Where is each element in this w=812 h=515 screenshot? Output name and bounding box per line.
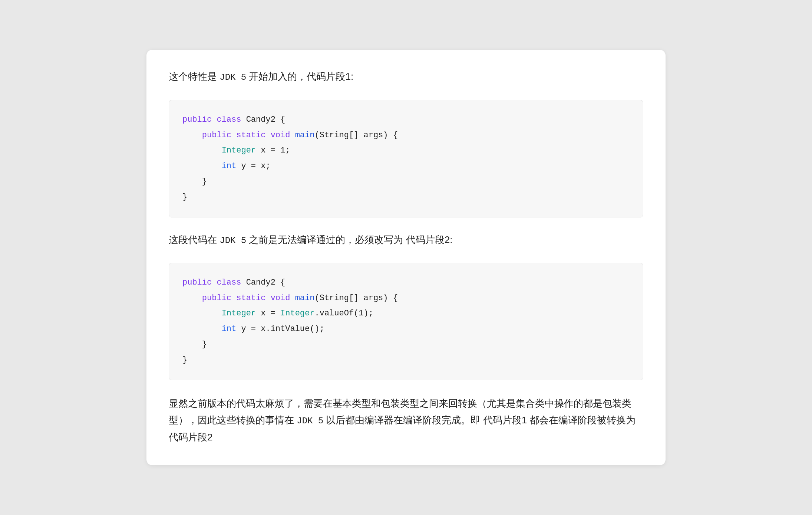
intro-label-2b: 之前是无法编译通过的，必须改写为 代码片段2: [246,234,452,245]
intro-label-1: 这个特性是 [169,71,219,82]
code1-line-4: int y = x; [182,158,630,174]
code2-line-2: public static void main(String[] args) { [182,291,630,306]
intro-text-2: 这段代码在 JDK 5 之前是无法编译通过的，必须改写为 代码片段2: [169,232,643,248]
code2-line-1: public class Candy2 { [182,275,630,291]
bottom-explanation: 显然之前版本的代码太麻烦了，需要在基本类型和包装类型之间来回转换（尤其是集合类中… [169,395,643,446]
code2-line-5: } [182,337,630,352]
code1-line-1: public class Candy2 { [182,112,630,128]
intro-text-1: 这个特性是 JDK 5 开始加入的，代码片段1: [169,69,643,85]
intro-label-1b: 开始加入的，代码片段1: [246,71,353,82]
jdk-ref-1: JDK 5 [219,72,246,82]
code1-line-2: public static void main(String[] args) { [182,128,630,143]
code-block-1: public class Candy2 { public static void… [169,100,643,217]
code1-line-5: } [182,174,630,190]
code2-line-6: } [182,352,630,368]
code1-line-6: } [182,190,630,205]
main-card: 这个特性是 JDK 5 开始加入的，代码片段1: public class Ca… [146,50,666,465]
code1-line-3: Integer x = 1; [182,143,630,158]
jdk-ref-2: JDK 5 [219,236,246,246]
jdk-ref-bottom: JDK 5 [297,416,323,426]
code-block-2: public class Candy2 { public static void… [169,263,643,380]
code2-line-3: Integer x = Integer.valueOf(1); [182,306,630,321]
code2-line-4: int y = x.intValue(); [182,321,630,337]
intro-label-2a: 这段代码在 [169,234,219,245]
